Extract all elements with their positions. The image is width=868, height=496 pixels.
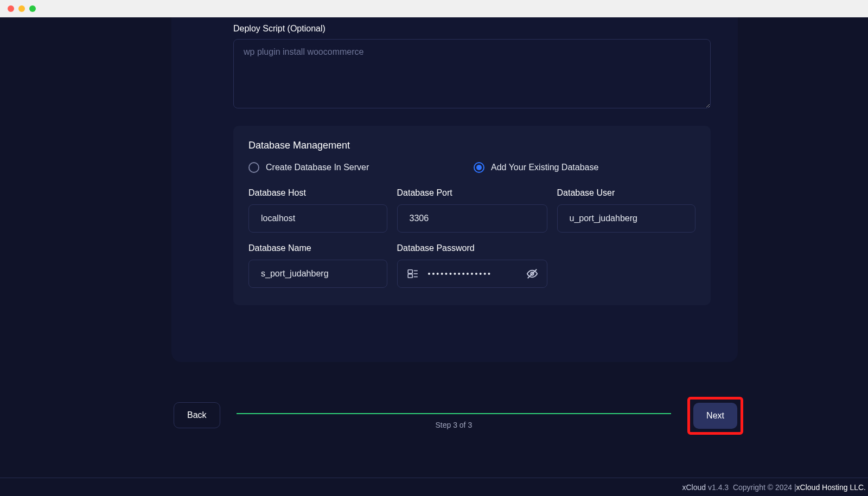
db-port-input[interactable] [397,204,547,233]
footer-brand: xCloud [682,483,706,492]
db-host-label: Database Host [248,188,387,198]
radio-icon [248,162,259,173]
db-password-input[interactable] [428,269,523,278]
deploy-script-input[interactable] [233,39,711,108]
next-button[interactable]: Next [693,403,737,429]
db-host-input[interactable] [248,204,387,233]
radio-existing-label: Add Your Existing Database [491,163,598,172]
radio-existing-db[interactable]: Add Your Existing Database [474,162,598,173]
db-user-label: Database User [557,188,696,198]
step-text: Step 3 of 3 [237,421,672,429]
footer-version: v1.4.3 [708,483,729,492]
db-user-input[interactable] [557,204,696,233]
footer-company: xCloud Hosting LLC. [796,483,866,492]
toggle-password-visibility-icon[interactable] [526,268,538,280]
radio-create-db[interactable]: Create Database In Server [248,162,474,173]
titlebar [0,0,868,17]
svg-rect-0 [408,270,412,273]
database-management-panel: Database Management Create Database In S… [233,126,711,305]
db-name-field: Database Name [248,243,387,288]
next-button-highlight: Next [687,397,743,435]
progress-indicator: Step 3 of 3 [237,402,672,429]
db-password-label: Database Password [397,243,547,253]
radio-create-label: Create Database In Server [266,163,369,172]
minimize-window-button[interactable] [18,5,25,12]
db-port-field: Database Port [397,188,547,233]
footer: xCloud v1.4.3 Copyright © 2024 | xCloud … [0,478,868,496]
maximize-window-button[interactable] [29,5,36,12]
db-panel-title: Database Management [248,140,695,151]
close-window-button[interactable] [8,5,14,12]
back-button[interactable]: Back [174,402,220,428]
db-user-field: Database User [557,188,696,233]
svg-rect-1 [408,274,412,278]
footer-copyright: Copyright © 2024 | [733,483,796,492]
db-port-label: Database Port [397,188,547,198]
deploy-script-label: Deploy Script (Optional) [233,24,716,34]
db-host-field: Database Host [248,188,387,233]
password-icon [407,269,418,278]
db-name-label: Database Name [248,243,387,253]
radio-icon [474,162,484,173]
db-password-field: Database Password [397,243,547,288]
db-name-input[interactable] [248,260,387,288]
progress-bar [237,413,672,414]
